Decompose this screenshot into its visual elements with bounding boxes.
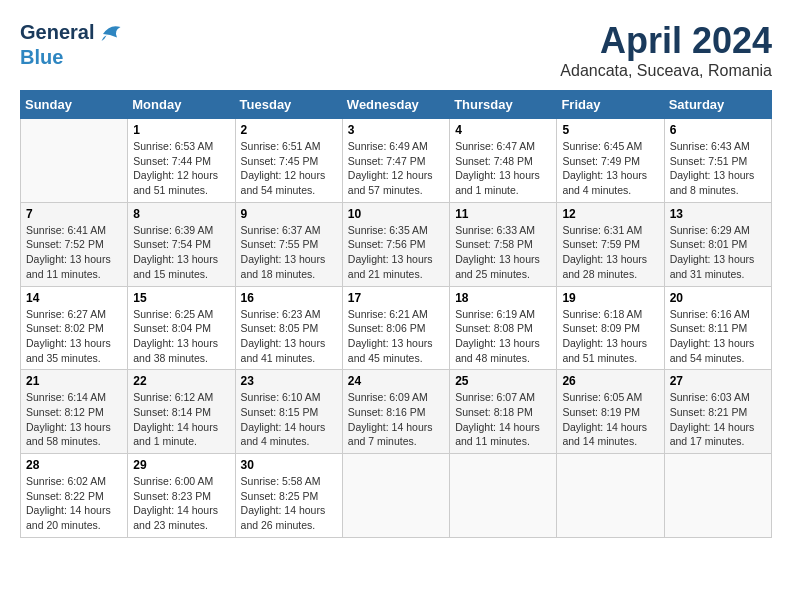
sunrise-text: Sunrise: 6:47 AM — [455, 140, 535, 152]
sunrise-text: Sunrise: 6:25 AM — [133, 308, 213, 320]
day-number: 2 — [241, 123, 337, 137]
sunrise-text: Sunrise: 6:51 AM — [241, 140, 321, 152]
daylight-text: Daylight: 13 hoursand 18 minutes. — [241, 253, 326, 280]
sunrise-text: Sunrise: 6:19 AM — [455, 308, 535, 320]
daylight-text: Daylight: 14 hoursand 26 minutes. — [241, 504, 326, 531]
logo-text: General — [20, 20, 124, 48]
calendar-cell: 6Sunrise: 6:43 AMSunset: 7:51 PMDaylight… — [664, 119, 771, 203]
page-subtitle: Adancata, Suceava, Romania — [560, 62, 772, 80]
sunrise-text: Sunrise: 6:29 AM — [670, 224, 750, 236]
daylight-text: Daylight: 12 hoursand 54 minutes. — [241, 169, 326, 196]
sunset-text: Sunset: 7:58 PM — [455, 238, 533, 250]
calendar-cell: 17Sunrise: 6:21 AMSunset: 8:06 PMDayligh… — [342, 286, 449, 370]
day-number: 20 — [670, 291, 766, 305]
calendar-cell: 4Sunrise: 6:47 AMSunset: 7:48 PMDaylight… — [450, 119, 557, 203]
sunset-text: Sunset: 7:47 PM — [348, 155, 426, 167]
sunset-text: Sunset: 7:52 PM — [26, 238, 104, 250]
daylight-text: Daylight: 13 hoursand 15 minutes. — [133, 253, 218, 280]
day-number: 12 — [562, 207, 658, 221]
day-info: Sunrise: 6:33 AMSunset: 7:58 PMDaylight:… — [455, 223, 551, 282]
weekday-header-saturday: Saturday — [664, 91, 771, 119]
calendar-cell: 11Sunrise: 6:33 AMSunset: 7:58 PMDayligh… — [450, 202, 557, 286]
daylight-text: Daylight: 13 hoursand 1 minute. — [455, 169, 540, 196]
day-info: Sunrise: 6:05 AMSunset: 8:19 PMDaylight:… — [562, 390, 658, 449]
day-number: 27 — [670, 374, 766, 388]
day-info: Sunrise: 6:49 AMSunset: 7:47 PMDaylight:… — [348, 139, 444, 198]
sunrise-text: Sunrise: 5:58 AM — [241, 475, 321, 487]
sunrise-text: Sunrise: 6:37 AM — [241, 224, 321, 236]
day-number: 17 — [348, 291, 444, 305]
daylight-text: Daylight: 13 hoursand 21 minutes. — [348, 253, 433, 280]
day-number: 11 — [455, 207, 551, 221]
sunset-text: Sunset: 8:01 PM — [670, 238, 748, 250]
page-title: April 2024 — [560, 20, 772, 62]
calendar-cell: 12Sunrise: 6:31 AMSunset: 7:59 PMDayligh… — [557, 202, 664, 286]
day-number: 28 — [26, 458, 122, 472]
calendar-cell: 28Sunrise: 6:02 AMSunset: 8:22 PMDayligh… — [21, 454, 128, 538]
calendar-week-3: 14Sunrise: 6:27 AMSunset: 8:02 PMDayligh… — [21, 286, 772, 370]
day-number: 14 — [26, 291, 122, 305]
day-info: Sunrise: 6:10 AMSunset: 8:15 PMDaylight:… — [241, 390, 337, 449]
calendar-cell: 23Sunrise: 6:10 AMSunset: 8:15 PMDayligh… — [235, 370, 342, 454]
day-info: Sunrise: 6:45 AMSunset: 7:49 PMDaylight:… — [562, 139, 658, 198]
sunrise-text: Sunrise: 6:10 AM — [241, 391, 321, 403]
sunset-text: Sunset: 8:25 PM — [241, 490, 319, 502]
calendar-cell: 1Sunrise: 6:53 AMSunset: 7:44 PMDaylight… — [128, 119, 235, 203]
calendar-week-5: 28Sunrise: 6:02 AMSunset: 8:22 PMDayligh… — [21, 454, 772, 538]
daylight-text: Daylight: 13 hoursand 28 minutes. — [562, 253, 647, 280]
day-number: 22 — [133, 374, 229, 388]
calendar-cell: 21Sunrise: 6:14 AMSunset: 8:12 PMDayligh… — [21, 370, 128, 454]
day-number: 19 — [562, 291, 658, 305]
day-number: 9 — [241, 207, 337, 221]
calendar-cell — [557, 454, 664, 538]
day-info: Sunrise: 6:31 AMSunset: 7:59 PMDaylight:… — [562, 223, 658, 282]
sunrise-text: Sunrise: 6:31 AM — [562, 224, 642, 236]
day-number: 24 — [348, 374, 444, 388]
day-info: Sunrise: 6:53 AMSunset: 7:44 PMDaylight:… — [133, 139, 229, 198]
sunset-text: Sunset: 7:48 PM — [455, 155, 533, 167]
sunrise-text: Sunrise: 6:14 AM — [26, 391, 106, 403]
calendar-cell: 22Sunrise: 6:12 AMSunset: 8:14 PMDayligh… — [128, 370, 235, 454]
page-header: General Blue April 2024 Adancata, Suceav… — [20, 20, 772, 80]
day-number: 6 — [670, 123, 766, 137]
calendar-cell: 25Sunrise: 6:07 AMSunset: 8:18 PMDayligh… — [450, 370, 557, 454]
daylight-text: Daylight: 13 hoursand 35 minutes. — [26, 337, 111, 364]
daylight-text: Daylight: 13 hoursand 4 minutes. — [562, 169, 647, 196]
day-info: Sunrise: 6:51 AMSunset: 7:45 PMDaylight:… — [241, 139, 337, 198]
sunset-text: Sunset: 8:12 PM — [26, 406, 104, 418]
daylight-text: Daylight: 14 hoursand 1 minute. — [133, 421, 218, 448]
sunrise-text: Sunrise: 6:23 AM — [241, 308, 321, 320]
day-info: Sunrise: 6:23 AMSunset: 8:05 PMDaylight:… — [241, 307, 337, 366]
calendar-body: 1Sunrise: 6:53 AMSunset: 7:44 PMDaylight… — [21, 119, 772, 538]
calendar-cell: 27Sunrise: 6:03 AMSunset: 8:21 PMDayligh… — [664, 370, 771, 454]
daylight-text: Daylight: 13 hoursand 11 minutes. — [26, 253, 111, 280]
title-block: April 2024 Adancata, Suceava, Romania — [560, 20, 772, 80]
daylight-text: Daylight: 13 hoursand 45 minutes. — [348, 337, 433, 364]
daylight-text: Daylight: 13 hoursand 8 minutes. — [670, 169, 755, 196]
day-info: Sunrise: 6:37 AMSunset: 7:55 PMDaylight:… — [241, 223, 337, 282]
calendar-cell — [21, 119, 128, 203]
calendar-cell — [450, 454, 557, 538]
day-info: Sunrise: 6:43 AMSunset: 7:51 PMDaylight:… — [670, 139, 766, 198]
logo-blue-text: Blue — [20, 46, 124, 68]
day-number: 10 — [348, 207, 444, 221]
day-info: Sunrise: 6:27 AMSunset: 8:02 PMDaylight:… — [26, 307, 122, 366]
sunrise-text: Sunrise: 6:49 AM — [348, 140, 428, 152]
day-number: 7 — [26, 207, 122, 221]
day-info: Sunrise: 6:18 AMSunset: 8:09 PMDaylight:… — [562, 307, 658, 366]
daylight-text: Daylight: 14 hoursand 4 minutes. — [241, 421, 326, 448]
daylight-text: Daylight: 12 hoursand 51 minutes. — [133, 169, 218, 196]
sunset-text: Sunset: 7:44 PM — [133, 155, 211, 167]
calendar-cell: 30Sunrise: 5:58 AMSunset: 8:25 PMDayligh… — [235, 454, 342, 538]
calendar-cell: 2Sunrise: 6:51 AMSunset: 7:45 PMDaylight… — [235, 119, 342, 203]
sunrise-text: Sunrise: 6:41 AM — [26, 224, 106, 236]
weekday-header-thursday: Thursday — [450, 91, 557, 119]
daylight-text: Daylight: 13 hoursand 31 minutes. — [670, 253, 755, 280]
daylight-text: Daylight: 13 hoursand 58 minutes. — [26, 421, 111, 448]
day-number: 25 — [455, 374, 551, 388]
daylight-text: Daylight: 13 hoursand 38 minutes. — [133, 337, 218, 364]
calendar-week-2: 7Sunrise: 6:41 AMSunset: 7:52 PMDaylight… — [21, 202, 772, 286]
weekday-header-tuesday: Tuesday — [235, 91, 342, 119]
daylight-text: Daylight: 13 hoursand 51 minutes. — [562, 337, 647, 364]
weekday-header-wednesday: Wednesday — [342, 91, 449, 119]
